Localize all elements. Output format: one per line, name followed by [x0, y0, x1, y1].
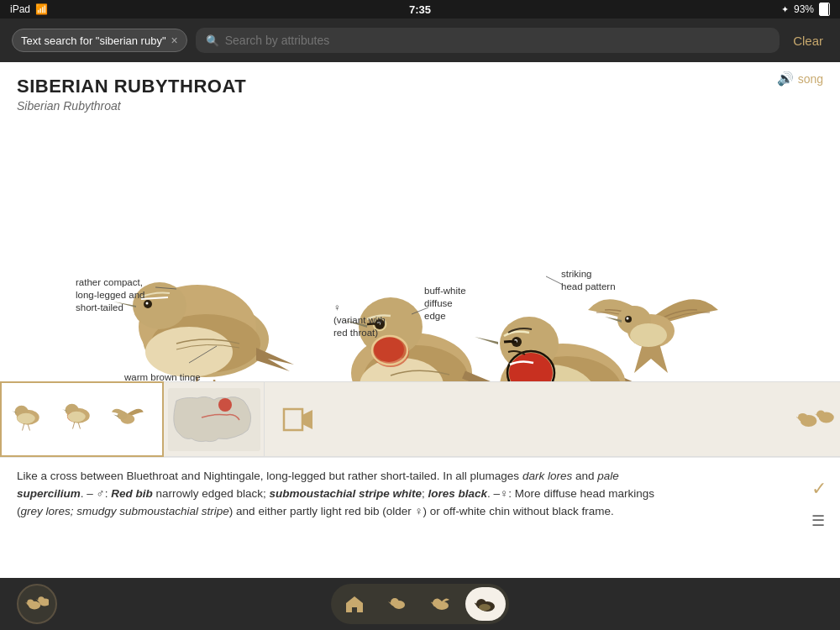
annotation-compact: rather compact,long-legged andshort-tail… — [76, 276, 145, 314]
svg-point-7 — [146, 302, 149, 305]
tab-home[interactable] — [334, 587, 375, 621]
tab-bird2[interactable] — [422, 587, 462, 621]
map-svg — [168, 388, 260, 451]
svg-line-51 — [546, 276, 563, 285]
fab-button[interactable] — [17, 584, 57, 624]
birds-right-icon-svg — [796, 405, 834, 434]
svg-point-66 — [218, 398, 232, 412]
bottom-nav — [0, 578, 840, 630]
svg-line-55 — [22, 423, 24, 430]
clear-button[interactable]: Clear — [788, 30, 828, 51]
status-bar: iPad 📶 7:35 ✦ 93% ▮ — [0, 0, 840, 18]
illustration-area: rather compact,long-legged andshort-tail… — [0, 121, 840, 381]
carrier-label: iPad — [10, 3, 30, 15]
svg-point-46 — [627, 318, 629, 320]
svg-point-74 — [38, 596, 45, 603]
bottom-tab-bar — [331, 584, 509, 624]
description-area: Like a cross between Bluethroat and Nigh… — [0, 457, 840, 549]
list-icon[interactable]: ☰ — [811, 512, 827, 530]
status-time: 7:35 — [409, 3, 431, 16]
bird1-tab-icon — [387, 593, 409, 615]
bird-title: SIBERIAN RUBYTHROAT — [17, 76, 823, 97]
wifi-icon: 📶 — [35, 3, 48, 15]
svg-point-72 — [27, 599, 34, 606]
main-content: SIBERIAN RUBYTHROAT Siberian Rubythroat — [0, 62, 840, 121]
annotation-buff-white: buff-whitediffuseedge — [424, 285, 466, 323]
song-button[interactable]: 🔊 song — [777, 71, 823, 87]
thumbnail-video[interactable] — [265, 381, 332, 457]
svg-point-60 — [67, 411, 86, 422]
search-tag[interactable]: Text search for "siberian ruby" × — [12, 29, 187, 52]
svg-line-56 — [28, 424, 29, 430]
bird-subtitle: Siberian Rubythroat — [17, 99, 823, 113]
video-icon-svg — [281, 405, 315, 434]
search-tag-close[interactable]: × — [171, 34, 178, 47]
svg-point-54 — [17, 412, 35, 423]
annotation-striking: strikinghead pattern — [561, 268, 616, 293]
song-label: song — [798, 72, 823, 86]
song-icon: 🔊 — [777, 71, 794, 87]
svg-point-81 — [479, 604, 491, 611]
tab-bird3[interactable] — [465, 587, 506, 621]
search-bar: Text search for "siberian ruby" × 🔍 Clea… — [0, 18, 840, 62]
search-icon: 🔍 — [206, 34, 219, 47]
svg-line-11 — [214, 380, 217, 381]
battery-label: 93% — [794, 3, 814, 15]
status-left: iPad 📶 — [10, 3, 48, 15]
bird-illustration-svg — [0, 121, 840, 381]
svg-point-64 — [117, 411, 127, 419]
description-actions: ✓ ☰ — [811, 478, 827, 530]
status-right: ✦ 93% ▮ — [781, 3, 830, 16]
battery-icon: ▮ — [819, 3, 830, 16]
checkmark-icon[interactable]: ✓ — [811, 478, 827, 500]
bird2-tab-icon — [431, 593, 453, 615]
annotation-warm-brown: warm brown tinge — [124, 371, 201, 381]
bird3-tab-icon — [475, 593, 496, 615]
svg-line-62 — [78, 423, 80, 428]
svg-point-70 — [816, 410, 825, 417]
search-attributes-input[interactable] — [225, 34, 769, 47]
bluetooth-icon: ✦ — [781, 4, 789, 15]
annotation-variant: ♀(variant withred throat) — [333, 302, 386, 339]
thumbnail-birds[interactable] — [0, 381, 164, 457]
svg-line-61 — [72, 422, 74, 428]
svg-point-76 — [391, 598, 399, 606]
svg-point-3 — [145, 327, 233, 377]
thumb-birds-svg — [7, 388, 158, 451]
search-tag-text: Text search for "siberian ruby" — [21, 34, 166, 47]
fab-icon — [25, 592, 49, 616]
thumbnail-strip — [0, 381, 840, 457]
svg-point-68 — [798, 412, 807, 421]
home-tab-icon — [344, 593, 365, 615]
tab-bird1[interactable] — [378, 587, 418, 621]
search-attributes-container: 🔍 — [196, 28, 780, 53]
description-text: Like a cross between Bluethroat and Nigh… — [17, 468, 823, 521]
thumbnail-birds-right[interactable] — [790, 381, 840, 457]
thumbnail-map[interactable] — [164, 381, 265, 457]
svg-point-47 — [630, 323, 667, 347]
